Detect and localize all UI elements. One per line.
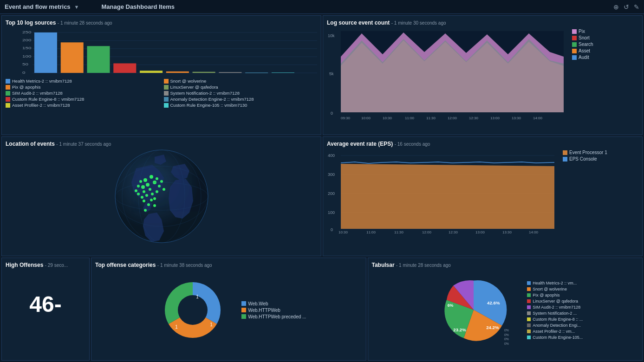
tabulsar-donut-svg: 42.6% 24.2% 23.2% 6% 0% 0% 0% 0%: [427, 273, 520, 347]
svg-point-57: [150, 199, 153, 201]
svg-text:50: 50: [22, 63, 28, 66]
svg-text:200: 200: [328, 191, 335, 196]
svg-text:12:30: 12:30: [449, 230, 458, 234]
svg-marker-82: [341, 164, 554, 229]
svg-text:0: 0: [331, 227, 333, 232]
bar-chart-area: 250 200 150 100 50 0: [6, 29, 317, 108]
svg-text:150: 150: [22, 46, 31, 50]
panel-tabulsar: Tabulsar - 1 minute 28 seconds ago: [368, 258, 643, 361]
svg-text:13:00: 13:00: [490, 116, 500, 120]
offense-legend: Web.Web Web.HTTPWeb Web.HTTPWeb preceded…: [241, 301, 306, 319]
legend-anomaly: Anomaly Detection Engine-2 :: vmibm7128: [164, 97, 318, 102]
svg-point-51: [151, 193, 154, 195]
bar-chart-svg: 250 200 150 100 50 0: [6, 29, 317, 77]
high-offenses-value: 46-: [6, 291, 85, 317]
manage-dashboard-label[interactable]: Manage Dashboard Items: [101, 3, 175, 10]
dashboard: Top 10 log sources - 1 minute 28 seconds…: [0, 14, 644, 362]
panel-high-offenses: High Offenses - 29 seco... 46-: [1, 258, 90, 361]
svg-text:14:00: 14:00: [529, 230, 539, 234]
svg-text:13:00: 13:00: [475, 230, 485, 234]
bar-chart-legend: Health Metrics-2 :: vmibm7128 Snort @ wo…: [6, 78, 317, 108]
svg-rect-15: [113, 63, 136, 73]
header: Event and flow metrics ▼ Manage Dashboar…: [0, 0, 644, 14]
offense-donut-svg: 1 1 1: [151, 273, 234, 347]
svg-text:12:30: 12:30: [469, 116, 479, 120]
svg-point-53: [158, 185, 161, 187]
tabulsar-title: Tabulsar - 1 minute 28 seconds ago: [372, 262, 639, 268]
header-left: Event and flow metrics ▼ Manage Dashboar…: [5, 3, 175, 10]
legend-custom-rule-105: Custom Rule Engine-105 :: vmibm7130: [164, 103, 318, 108]
legend-sim: SIM Audit-2 :: vmibm7128: [6, 90, 159, 96]
legend-dot: [164, 97, 169, 102]
svg-rect-17: [166, 71, 189, 73]
svg-text:12:00: 12:00: [448, 116, 457, 120]
svg-point-43: [150, 175, 153, 179]
svg-text:13:30: 13:30: [512, 116, 521, 120]
eps-svg: 400 300 200 100 0 10:30 11:00 11:30 1: [327, 150, 559, 236]
panel-top-log-sources: Top 10 log sources - 1 minute 28 seconds…: [1, 15, 321, 135]
log-source-svg: 10k 5k 0 09:30 10:00 10:30 11:00 11:30 1…: [327, 29, 568, 122]
svg-point-60: [163, 188, 165, 191]
svg-text:400: 400: [328, 153, 335, 158]
eps-chart-area: 400 300 200 100 0 10:30 11:00 11:30 1: [327, 150, 638, 236]
svg-point-48: [156, 177, 158, 180]
legend-dot: [6, 79, 10, 84]
legend-snort: Snort @ wolverine: [164, 78, 318, 84]
panel-avg-event-rate: Average event rate (EPS) - 16 seconds ag…: [323, 136, 643, 256]
svg-point-63: [147, 203, 150, 206]
svg-text:14:00: 14:00: [533, 116, 543, 120]
svg-text:0%: 0%: [504, 333, 509, 336]
legend-dot: [6, 85, 10, 90]
svg-point-42: [143, 178, 147, 182]
top-offense-title: Top offense categories - 1 minute 38 sec…: [95, 262, 362, 268]
svg-rect-14: [87, 46, 110, 73]
svg-text:24.2%: 24.2%: [486, 325, 499, 330]
svg-point-50: [143, 190, 145, 193]
svg-text:09:30: 09:30: [341, 116, 351, 120]
eps-legend: Event Processor 1 EPS Console: [563, 150, 607, 236]
log-source-title: Log source event count - 1 minute 30 sec…: [327, 19, 638, 26]
panel-location-events: Location of events - 1 minute 37 seconds…: [1, 136, 321, 256]
high-offenses-title: High Offenses - 29 seco...: [6, 262, 85, 268]
svg-point-52: [137, 185, 140, 187]
edit-icon[interactable]: ✎: [634, 3, 639, 11]
svg-point-65: [153, 204, 156, 207]
svg-rect-18: [193, 72, 215, 73]
svg-text:11:00: 11:00: [366, 230, 376, 234]
svg-text:13:30: 13:30: [502, 230, 512, 234]
zoom-icon[interactable]: ⊕: [613, 3, 619, 11]
dropdown-icon[interactable]: ▼: [74, 4, 79, 10]
svg-text:300: 300: [328, 172, 335, 177]
tabulsar-chart-area: 42.6% 24.2% 23.2% 6% 0% 0% 0% 0% Health …: [372, 273, 639, 347]
svg-text:11:30: 11:30: [394, 230, 404, 234]
tabulsar-legend: Health Metrics-2 :: vm... Snort @ wolver…: [527, 281, 583, 340]
legend-dot: [6, 103, 10, 108]
refresh-icon[interactable]: ↺: [624, 3, 629, 11]
app-title: Event and flow metrics: [5, 3, 71, 10]
legend-dot: [164, 91, 169, 96]
legend-asset: Asset Profiler-2 :: vmibm7128: [6, 103, 159, 108]
svg-text:0%: 0%: [504, 329, 509, 332]
svg-text:0%: 0%: [504, 342, 509, 345]
svg-rect-12: [34, 32, 57, 73]
svg-text:1: 1: [210, 322, 213, 327]
legend-system-notif: System Notification-2 :: vmibm7128: [164, 90, 318, 96]
bottom-row: High Offenses - 29 seco... 46- Top offen…: [1, 258, 643, 361]
svg-point-61: [141, 196, 143, 199]
svg-point-49: [149, 188, 151, 191]
svg-text:12:00: 12:00: [422, 230, 432, 234]
svg-text:11:00: 11:00: [405, 116, 415, 120]
svg-text:1: 1: [175, 324, 178, 330]
legend-dot: [6, 97, 10, 102]
panel-top-offense: Top offense categories - 1 minute 38 sec…: [91, 258, 366, 361]
svg-text:5k: 5k: [329, 71, 334, 76]
svg-rect-20: [245, 72, 268, 73]
svg-rect-13: [61, 42, 84, 73]
svg-point-46: [146, 183, 150, 187]
svg-text:10k: 10k: [328, 33, 335, 38]
log-source-legend: Pix Snort Search Asset Audit: [572, 29, 593, 122]
svg-text:6%: 6%: [448, 303, 454, 308]
svg-rect-21: [272, 72, 294, 73]
svg-text:100: 100: [22, 54, 31, 58]
svg-text:Jan 25, 2018: Jan 25, 2018: [401, 121, 423, 122]
